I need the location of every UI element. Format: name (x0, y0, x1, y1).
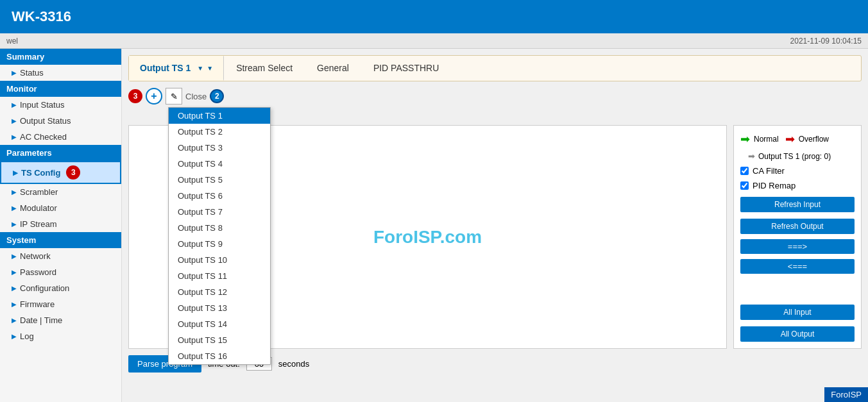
arrow-icon: ▶ (12, 188, 17, 196)
dropdown-item-output-ts-5[interactable]: Output TS 5 (169, 172, 270, 188)
arrow-icon: ▶ (12, 69, 17, 76)
dropdown-item-output-ts-14[interactable]: Output TS 14 (169, 316, 270, 332)
sidebar-item-scrambler[interactable]: ▶ Scrambler (0, 184, 121, 200)
arrow-right-button[interactable]: ===> (740, 239, 855, 254)
sidebar-item-label: Network (20, 251, 51, 261)
footer: ForoISP (824, 387, 868, 402)
arrow-left-button[interactable]: <=== (740, 259, 855, 274)
sidebar-item-ts-config[interactable]: ▶ TS Config 3 (0, 161, 121, 184)
add-button[interactable]: + (146, 88, 162, 105)
all-input-button[interactable]: All Input (740, 305, 855, 320)
dropdown-item-output-ts-3[interactable]: Output TS 3 (169, 140, 270, 156)
app-title: WK-3316 (12, 8, 71, 25)
pid-remap-checkbox-row: PID Remap (740, 181, 855, 190)
dropdown-item-output-ts-1[interactable]: Output TS 1 (169, 108, 270, 124)
sidebar-item-ip-stream[interactable]: ▶ IP Stream (0, 216, 121, 232)
ca-filter-checkbox-row: CA Filter (740, 166, 855, 176)
sidebar-item-password[interactable]: ▶ Password (0, 264, 121, 280)
dropdown-item-output-ts-10[interactable]: Output TS 10 (169, 252, 270, 268)
badge-3: 3 (128, 89, 142, 103)
sidebar-item-configuration[interactable]: ▶ Configuration (0, 280, 121, 296)
pid-remap-checkbox[interactable] (740, 181, 749, 190)
refresh-input-button[interactable]: Refresh Input (740, 197, 855, 212)
ca-filter-label: CA Filter (753, 166, 785, 176)
seconds-label: seconds (278, 359, 309, 369)
legend-sub: ➡ Output TS 1 (prog: 0) (748, 151, 855, 161)
right-panel: ➡ Normal ➡ Overflow ➡ Output TS 1 (prog:… (733, 125, 862, 349)
sub-arrow-icon: ➡ (748, 151, 755, 161)
sidebar-item-output-status[interactable]: ▶ Output Status (0, 113, 121, 129)
sidebar-section-system: System (0, 232, 121, 248)
dropdown-item-output-ts-13[interactable]: Output TS 13 (169, 300, 270, 316)
output-ts-dropdown: Output TS 1 Output TS 2 Output TS 3 Outp… (168, 107, 271, 365)
normal-arrow-icon: ➡ (740, 132, 750, 146)
subheader-datetime: 2021-11-09 10:04:15 (790, 37, 862, 46)
arrow-icon: ▶ (12, 221, 17, 228)
arrow-icon: ▶ (12, 269, 17, 276)
dropdown-item-output-ts-11[interactable]: Output TS 11 (169, 268, 270, 284)
pid-remap-label: PID Remap (753, 181, 796, 190)
dropdown-item-output-ts-8[interactable]: Output TS 8 (169, 220, 270, 236)
overflow-arrow-icon: ➡ (785, 132, 795, 146)
arrow-icon: ▶ (13, 169, 18, 176)
sidebar-item-label: TS Config (21, 168, 60, 178)
tab-bar: Output TS 1 ▼ Stream Select General PID … (128, 55, 862, 81)
tab-general[interactable]: General (305, 56, 361, 81)
arrow-icon: ▶ (12, 101, 17, 108)
legend-normal-label: Normal (754, 135, 779, 144)
sidebar-item-label: Status (20, 68, 44, 78)
dropdown-item-output-ts-16[interactable]: Output TS 16 (169, 348, 270, 364)
all-output-button[interactable]: All Output (740, 326, 855, 342)
badge-1: 3 (66, 165, 80, 180)
sidebar: Summary ▶ Status Monitor ▶ Input Status … (0, 49, 122, 402)
sidebar-item-label: Modulator (20, 203, 57, 213)
legend-sub-label: Output TS 1 (prog: 0) (758, 152, 831, 161)
toolbar-row: 3 + ✎ Close 2 Output TS 1 Output TS 2 Ou… (128, 88, 862, 105)
close-label: Close (185, 92, 207, 101)
sidebar-section-summary: Summary (0, 49, 121, 65)
content-area: Output TS 1 ▼ Stream Select General PID … (122, 49, 868, 402)
sidebar-item-input-status[interactable]: ▶ Input Status (0, 97, 121, 113)
legend-area: ➡ Normal ➡ Overflow (740, 132, 855, 146)
sidebar-item-modulator[interactable]: ▶ Modulator (0, 200, 121, 216)
edit-button[interactable]: ✎ (166, 88, 182, 105)
sidebar-item-ac-checked[interactable]: ▶ AC Checked (0, 129, 121, 145)
chevron-down-icon: ▼ (197, 65, 203, 72)
legend-overflow: ➡ Overflow (785, 132, 829, 146)
dropdown-item-output-ts-2[interactable]: Output TS 2 (169, 124, 270, 140)
sidebar-item-status[interactable]: ▶ Status (0, 65, 121, 81)
tab-pid-passthru[interactable]: PID PASSTHRU (361, 56, 451, 81)
sidebar-item-label: IP Stream (20, 219, 57, 229)
sidebar-item-log[interactable]: ▶ Log (0, 328, 121, 344)
sidebar-item-label: Firmware (20, 299, 55, 309)
tab-output-ts-1[interactable]: Output TS 1 ▼ (129, 56, 224, 81)
arrow-icon: ▶ (12, 205, 17, 212)
sidebar-item-network[interactable]: ▶ Network (0, 248, 121, 264)
dropdown-item-output-ts-9[interactable]: Output TS 9 (169, 236, 270, 252)
sidebar-section-parameters: Parameters (0, 145, 121, 161)
sidebar-item-label: Date | Time (20, 315, 62, 325)
dropdown-item-output-ts-6[interactable]: Output TS 6 (169, 188, 270, 204)
dropdown-item-output-ts-12[interactable]: Output TS 12 (169, 284, 270, 300)
legend-overflow-label: Overflow (799, 135, 829, 144)
arrow-icon: ▶ (12, 253, 17, 260)
sidebar-item-label: AC Checked (20, 132, 67, 142)
ca-filter-checkbox[interactable] (740, 167, 749, 175)
watermark-text: ForoISP.com (373, 227, 482, 247)
dropdown-item-output-ts-15[interactable]: Output TS 15 (169, 332, 270, 348)
arrow-icon: ▶ (12, 333, 17, 340)
footer-label: ForoISP (831, 390, 862, 399)
arrow-icon: ▶ (12, 301, 17, 308)
refresh-output-button[interactable]: Refresh Output (740, 219, 855, 234)
main-layout: Summary ▶ Status Monitor ▶ Input Status … (0, 49, 868, 402)
legend-normal: ➡ Normal (740, 132, 779, 146)
dropdown-item-output-ts-7[interactable]: Output TS 7 (169, 204, 270, 220)
sidebar-item-label: Scrambler (20, 187, 58, 197)
badge-2: 2 (210, 89, 224, 103)
tab-stream-select[interactable]: Stream Select (224, 56, 305, 81)
dropdown-item-output-ts-4[interactable]: Output TS 4 (169, 156, 270, 172)
sidebar-section-monitor: Monitor (0, 81, 121, 97)
sidebar-item-firmware[interactable]: ▶ Firmware (0, 296, 121, 312)
subheader-left: wel (6, 37, 18, 46)
sidebar-item-date-time[interactable]: ▶ Date | Time (0, 312, 121, 328)
